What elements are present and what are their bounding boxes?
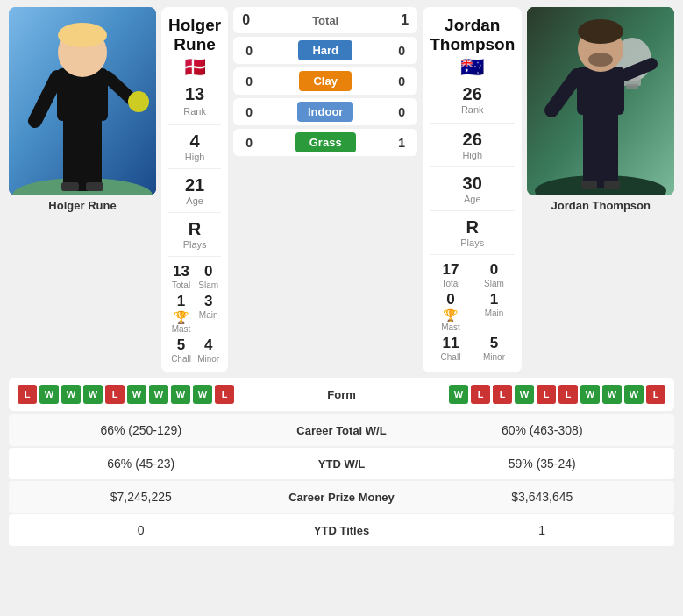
left-player-name-below-photo: Holger Rune — [48, 199, 116, 212]
left-total-label: Total — [168, 280, 194, 290]
left-plays-label: Plays — [183, 239, 207, 250]
form-badge-left: W — [61, 385, 81, 404]
form-badge-right: L — [471, 385, 490, 404]
right-rank-block: 26 Rank — [430, 84, 515, 115]
right-main-block: 1 Main — [473, 291, 516, 332]
grass-left: 0 — [242, 136, 256, 150]
hard-btn: Hard — [298, 40, 352, 60]
form-badge-left: W — [127, 385, 146, 404]
total-label: Total — [312, 14, 338, 27]
divider1 — [168, 124, 221, 125]
form-badge-left: W — [149, 385, 168, 404]
hard-row: 0 Hard 0 — [233, 37, 417, 64]
svg-rect-23 — [581, 181, 597, 189]
left-minor-label: Minor — [196, 354, 221, 364]
right-minor-value: 5 — [473, 335, 516, 352]
svg-point-6 — [128, 91, 149, 112]
divider2 — [168, 168, 221, 169]
form-section: LWWWLWWWWL Form WLLWLLWWWL — [9, 378, 674, 411]
right-plays-block: R Plays — [430, 217, 515, 248]
svg-rect-16 — [583, 108, 618, 188]
form-badge-right: W — [580, 385, 600, 404]
right-chall-value: 11 — [430, 335, 472, 352]
total-right: 1 — [401, 12, 409, 28]
right-rank-label: Rank — [461, 104, 484, 115]
divider5 — [430, 123, 515, 124]
left-rank-block: 13 Rank — [168, 84, 221, 117]
form-badge-right: W — [449, 385, 468, 404]
ytd-titles-label: YTD Titles — [263, 524, 421, 537]
form-badge-left: L — [215, 385, 234, 404]
total-row: 0 Total 1 — [233, 7, 417, 33]
right-high-value: 26 — [463, 130, 482, 150]
form-badge-right: W — [624, 385, 644, 404]
left-high-block: 4 High — [168, 131, 221, 162]
right-minor-block: 5 Minor — [473, 335, 516, 362]
form-badge-right: W — [515, 385, 534, 404]
left-age-label: Age — [186, 195, 203, 206]
main-container: Holger Rune Holger Rune 🇩🇰 13 Rank 4 Hig… — [0, 0, 683, 546]
left-ytd-titles: 0 — [19, 523, 263, 537]
right-stats-card: Jordan Thompson 🇦🇺 26 Rank 26 High 30 Ag… — [423, 7, 522, 372]
svg-point-21 — [578, 19, 623, 44]
ytd-titles-row: 0 YTD Titles 1 — [9, 514, 674, 546]
left-mast-main: 1 🏆 Mast 3 Main — [168, 293, 221, 334]
right-player-name-below-photo: Jordan Thompson — [551, 199, 651, 212]
left-total-value: 13 — [168, 263, 194, 280]
left-main-value: 3 — [196, 293, 221, 310]
svg-point-22 — [588, 53, 613, 67]
total-wl-row: 66% (250-129) Career Total W/L 60% (463-… — [9, 414, 674, 446]
ytd-wl-row: 66% (45-23) YTD W/L 59% (35-24) — [9, 448, 674, 479]
right-mast-block: 0 🏆 Mast — [430, 291, 472, 332]
form-badge-right: L — [558, 385, 578, 404]
divider4 — [168, 256, 221, 257]
right-slam-block: 0 Slam — [473, 261, 516, 288]
left-photo-col: Holger Rune — [9, 7, 156, 372]
indoor-left: 0 — [242, 105, 256, 119]
form-label: Form — [317, 388, 366, 401]
right-mast-main: 0 🏆 Mast 1 Main — [430, 291, 515, 332]
right-player-photo — [527, 7, 674, 195]
right-total-wl: 60% (463-308) — [421, 423, 665, 437]
form-badge-left: L — [105, 385, 125, 404]
left-rank-value: 13 — [185, 84, 204, 104]
svg-rect-10 — [86, 182, 103, 191]
form-badge-left: W — [193, 385, 212, 404]
right-flag: 🇦🇺 — [430, 56, 515, 79]
left-rank-label: Rank — [183, 106, 206, 117]
left-player-name-header: Holger Rune — [168, 16, 221, 54]
right-player-name-header: Jordan Thompson — [430, 16, 515, 54]
right-total-slam: 17 Total 0 Slam — [430, 261, 515, 288]
left-main-label: Main — [196, 310, 221, 320]
left-player-photo — [9, 7, 156, 195]
hard-left: 0 — [242, 44, 256, 58]
right-plays-value: R — [466, 217, 479, 237]
right-mast-label: Mast — [441, 322, 460, 332]
form-badge-left: L — [18, 385, 37, 404]
left-high-label: High — [185, 152, 205, 162]
indoor-btn: Indoor — [297, 102, 353, 122]
left-minor-block: 4 Minor — [196, 336, 221, 364]
left-main-block: 3 Main — [196, 293, 221, 334]
left-flag: 🇩🇰 — [168, 56, 221, 79]
right-total-value: 17 — [430, 261, 472, 279]
right-total-label: Total — [430, 279, 472, 288]
svg-rect-17 — [577, 67, 624, 115]
right-photo-col: Jordan Thompson — [527, 7, 674, 372]
svg-rect-2 — [63, 112, 102, 191]
svg-point-8 — [58, 23, 107, 47]
left-mast-value: 1 — [177, 293, 185, 310]
left-total-block: 13 Total — [168, 263, 194, 290]
divider6 — [430, 166, 515, 167]
right-minor-label: Minor — [473, 352, 516, 362]
grass-btn: Grass — [295, 132, 356, 152]
right-high-label: High — [462, 150, 482, 160]
left-age-value: 21 — [185, 175, 204, 195]
trophy-icon-left: 🏆 — [174, 310, 189, 324]
form-badge-right: L — [537, 385, 556, 404]
center-column: 0 Total 1 0 Hard 0 0 Clay 0 0 Indoor 0 — [233, 7, 417, 372]
form-badge-left: W — [171, 385, 190, 404]
left-stats-card: Holger Rune 🇩🇰 13 Rank 4 High 21 Age — [161, 7, 228, 372]
left-slam-value: 0 — [196, 263, 221, 280]
form-badges-left: LWWWLWWWWL — [18, 385, 312, 404]
